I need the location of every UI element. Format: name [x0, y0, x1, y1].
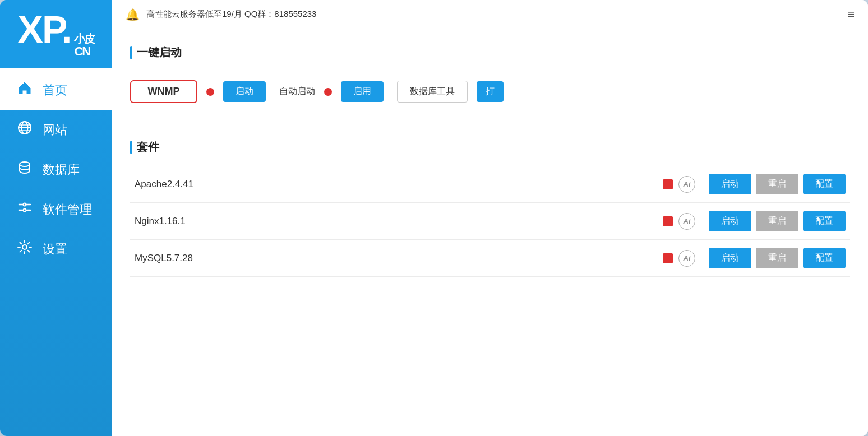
database-icon: [16, 160, 34, 179]
main-panel: 🔔 高性能云服务器低至19/月 QQ群：818555233 ≡ 一键启动 WNM…: [112, 0, 868, 436]
section-bar: [130, 46, 132, 59]
onekey-title: 一键启动: [130, 45, 850, 60]
svg-point-8: [24, 203, 26, 206]
start-button[interactable]: 启动: [223, 81, 266, 102]
suite-status-mysql: Ai: [663, 250, 695, 267]
menu-button[interactable]: ≡: [847, 7, 855, 22]
content-area: 一键启动 WNMP 启动 自动启动 启用 数据库工具 打 套件: [112, 29, 868, 436]
mysql-start-button[interactable]: 启动: [709, 248, 751, 268]
wnmp-box: WNMP: [130, 80, 197, 103]
suite-actions-nginx: 启动 重启 配置: [709, 211, 846, 231]
wnmp-status-dot: [206, 88, 214, 96]
nginx-ai-badge[interactable]: Ai: [678, 213, 695, 230]
sidebar-item-software[interactable]: 软件管理: [0, 189, 112, 229]
db-tool-label: 数据库工具: [397, 81, 468, 103]
home-icon: [16, 80, 34, 100]
nginx-status-indicator: [663, 216, 673, 226]
auto-start-label: 自动启动: [279, 86, 315, 98]
suite-row: MySQL5.7.28 Ai 启动 重启 配置: [130, 240, 850, 277]
sidebar-item-database-label: 数据库: [43, 161, 80, 178]
sidebar-item-software-label: 软件管理: [43, 201, 92, 218]
suite-actions-apache: 启动 重启 配置: [709, 174, 846, 194]
logo-cn-text: 小皮 CN: [74, 33, 94, 58]
svg-point-12: [22, 245, 27, 249]
sidebar-item-database[interactable]: 数据库: [0, 150, 112, 189]
apache-restart-button[interactable]: 重启: [756, 174, 798, 194]
apache-ai-badge[interactable]: Ai: [678, 176, 695, 193]
sidebar-item-website[interactable]: 网站: [0, 110, 112, 150]
onekey-section: 一键启动 WNMP 启动 自动启动 启用 数据库工具 打: [130, 45, 850, 114]
mysql-restart-button[interactable]: 重启: [756, 248, 798, 268]
section-divider: [130, 128, 850, 128]
suite-status-apache: Ai: [663, 176, 695, 193]
nginx-start-button[interactable]: 启动: [709, 211, 751, 231]
mysql-config-button[interactable]: 配置: [803, 248, 846, 268]
globe-icon: [16, 120, 34, 140]
auto-start-status-dot: [324, 88, 332, 96]
suite-section: 套件 Apache2.4.41 Ai 启动 重启 配置: [130, 140, 850, 277]
suite-title: 套件: [130, 140, 850, 155]
logo-xp-text: XP.: [18, 10, 71, 48]
suite-row: Nginx1.16.1 Ai 启动 重启 配置: [130, 203, 850, 240]
svg-point-11: [24, 209, 26, 212]
speaker-icon: 🔔: [126, 8, 140, 21]
sidebar: XP. 小皮 CN 首页: [0, 0, 112, 436]
topbar-announcement: 高性能云服务器低至19/月 QQ群：818555233: [146, 9, 316, 20]
onekey-row: WNMP 启动 自动启动 启用 数据库工具 打: [130, 71, 850, 114]
suite-row: Apache2.4.41 Ai 启动 重启 配置: [130, 166, 850, 203]
software-icon: [16, 200, 34, 219]
logo: XP. 小皮 CN: [18, 10, 95, 58]
sidebar-item-home-label: 首页: [43, 82, 67, 99]
apache-start-button[interactable]: 启动: [709, 174, 751, 194]
app-window: XP. 小皮 CN 首页: [0, 0, 868, 436]
sidebar-item-home[interactable]: 首页: [0, 70, 112, 110]
suite-status-nginx: Ai: [663, 213, 695, 230]
suite-name-nginx: Nginx1.16.1: [135, 216, 663, 227]
topbar: 🔔 高性能云服务器低至19/月 QQ群：818555233 ≡: [112, 0, 868, 29]
suite-name-apache: Apache2.4.41: [135, 179, 663, 190]
apache-config-button[interactable]: 配置: [803, 174, 846, 194]
db-tool-button[interactable]: 打: [477, 81, 504, 102]
nav-items: 首页 网站: [0, 70, 112, 269]
sidebar-item-settings-label: 设置: [43, 241, 67, 258]
nginx-config-button[interactable]: 配置: [803, 211, 846, 231]
suite-actions-mysql: 启动 重启 配置: [709, 248, 846, 268]
suite-section-bar: [130, 141, 132, 154]
svg-point-5: [20, 162, 30, 166]
mysql-ai-badge[interactable]: Ai: [678, 250, 695, 267]
suite-table: Apache2.4.41 Ai 启动 重启 配置 Nginx1: [130, 166, 850, 277]
mysql-status-indicator: [663, 253, 673, 263]
sidebar-item-website-label: 网站: [43, 122, 67, 138]
topbar-left: 🔔 高性能云服务器低至19/月 QQ群：818555233: [126, 8, 316, 21]
apache-status-indicator: [663, 179, 673, 189]
nginx-restart-button[interactable]: 重启: [756, 211, 798, 231]
enable-button[interactable]: 启用: [341, 81, 384, 102]
sidebar-item-settings[interactable]: 设置: [0, 229, 112, 269]
logo-area: XP. 小皮 CN: [0, 0, 112, 68]
settings-icon: [16, 239, 34, 259]
suite-name-mysql: MySQL5.7.28: [135, 253, 663, 264]
